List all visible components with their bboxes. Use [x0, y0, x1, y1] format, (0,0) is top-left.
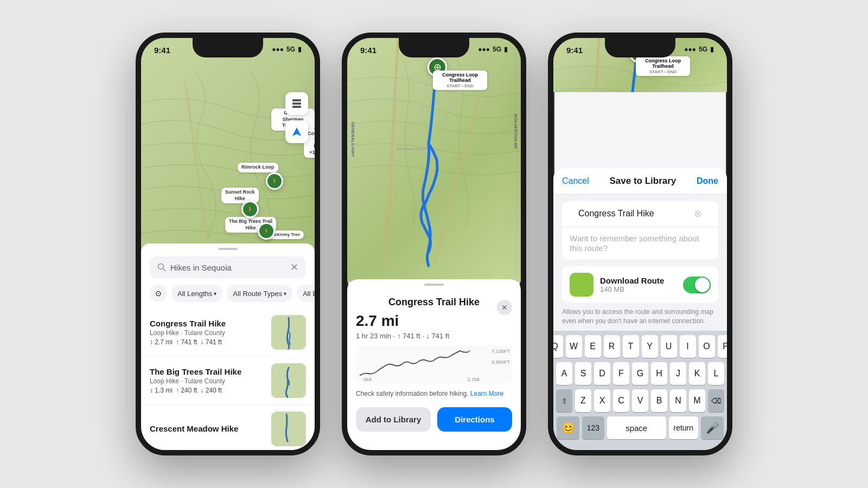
key-g[interactable]: G	[632, 362, 648, 385]
key-t[interactable]: T	[623, 335, 639, 358]
trail-info-1: The Big Trees Trail Hike Loop Hike · Tul…	[150, 367, 265, 394]
shift-key[interactable]: ⇧	[556, 389, 572, 412]
chevron-icon-routes: ▾	[284, 291, 286, 297]
elev-up: 741 ft	[403, 332, 420, 340]
key-r[interactable]: R	[604, 335, 620, 358]
search-text: Hikes in Sequoia	[170, 263, 286, 272]
trail-name-1: The Big Trees Trail Hike	[150, 367, 265, 376]
key-q[interactable]: Q	[553, 335, 563, 358]
phone-1: 9:41 ●●● 5G ▮ 🚶 2 🚶 🚶 🚶 Gener	[136, 33, 320, 455]
add-to-library-button[interactable]: Add to Library	[356, 407, 431, 432]
status-icons-3: ●●● 5G ▮	[684, 46, 714, 53]
key-l[interactable]: L	[708, 362, 724, 385]
trail-stats-1: ↕ 1.3 mi ↑ 240 ft ↓ 240 ft	[150, 387, 265, 394]
key-m[interactable]: M	[689, 389, 705, 412]
trail-list-item-2[interactable]: Crescent Meadow Hike	[141, 405, 315, 450]
key-b[interactable]: B	[651, 389, 667, 412]
key-z[interactable]: Z	[575, 389, 591, 412]
trail-name-input[interactable]: Congress Trail Hike ⊗	[571, 201, 710, 226]
trail-sub-1: Loop Hike · Tulare County	[150, 377, 265, 385]
key-f[interactable]: F	[613, 362, 629, 385]
trail-sub-0: Loop Hike · Tulare County	[150, 329, 265, 337]
download-toggle[interactable]	[683, 277, 711, 293]
map-btn-layers[interactable]	[285, 92, 308, 115]
trail-info-2: Crescent Meadow Hike	[150, 424, 265, 434]
key-e[interactable]: E	[585, 335, 601, 358]
trail-close-button[interactable]: ✕	[497, 300, 512, 315]
pin-bigtrees: 🚶	[258, 222, 275, 240]
key-p[interactable]: P	[718, 335, 727, 358]
done-button[interactable]: Done	[697, 176, 718, 186]
filter-lengths[interactable]: All Lengths ▾	[171, 285, 222, 302]
trail-list-item-1[interactable]: The Big Trees Trail Hike Loop Hike · Tul…	[141, 357, 315, 405]
space-key[interactable]: space	[607, 416, 666, 439]
key-n[interactable]: N	[670, 389, 686, 412]
key-k[interactable]: K	[689, 362, 705, 385]
signal-icon-2: ●●●	[478, 46, 490, 53]
trail-stats-0: ↕ 2.7 mi ↑ 741 ft ↓ 741 ft	[150, 338, 265, 346]
signal-icon-3: ●●●	[684, 46, 696, 53]
status-bar-1: 9:41 ●●● 5G ▮	[141, 38, 315, 67]
search-bar[interactable]: Hikes in Sequoia ✕	[150, 256, 306, 278]
phone-2: 9:41 ●●● 5G ▮ Congress LoopT	[342, 33, 526, 455]
location-filter-btn[interactable]: ⊙	[150, 285, 167, 302]
save-dialog-title: Save to Library	[609, 176, 676, 187]
numbers-key[interactable]: 123	[582, 416, 604, 439]
filter-row: ⊙ All Lengths ▾ All Route Types ▾ All El…	[141, 285, 315, 309]
location-icon-1	[291, 126, 302, 137]
key-v[interactable]: V	[632, 389, 648, 412]
key-s[interactable]: S	[575, 362, 591, 385]
network-2: 5G	[493, 46, 501, 53]
trail-name-2: Crescent Meadow Hike	[150, 424, 265, 433]
key-h[interactable]: H	[651, 362, 667, 385]
trail-list-item-0[interactable]: Congress Trail Hike Loop Hike · Tulare C…	[141, 309, 315, 357]
learn-more-link[interactable]: Learn More	[470, 390, 503, 397]
time-1: 9:41	[154, 46, 170, 55]
key-o[interactable]: O	[699, 335, 715, 358]
key-u[interactable]: U	[661, 335, 677, 358]
map-btn-location[interactable]	[285, 120, 308, 143]
emoji-key[interactable]: 😊	[557, 416, 579, 439]
key-y[interactable]: Y	[642, 335, 658, 358]
download-route-section: Download Route 140 MB	[562, 266, 718, 303]
svg-rect-8	[271, 412, 306, 446]
battery-icon-3: ▮	[710, 46, 714, 53]
trail-sheet-title: Congress Trail Hike	[347, 292, 521, 310]
keyboard-row-3: ⇧ Z X C V B N M ⌫	[557, 389, 724, 412]
svg-line-9	[468, 350, 470, 352]
keyboard-row-2: A S D F G H J K L	[557, 362, 724, 385]
delete-key[interactable]: ⌫	[708, 389, 724, 412]
download-description: Allows you to access the route and surro…	[553, 303, 727, 326]
network-1: 5G	[286, 46, 295, 53]
clear-button[interactable]: ⊗	[694, 208, 702, 220]
key-d[interactable]: D	[594, 362, 610, 385]
search-clear-button[interactable]: ✕	[290, 261, 298, 273]
filter-route-types[interactable]: All Route Types ▾	[227, 285, 292, 302]
key-w[interactable]: W	[566, 335, 582, 358]
save-to-library-sheet: Cancel Save to Library Done Congress Tra…	[553, 168, 727, 450]
return-key[interactable]: return	[669, 416, 698, 439]
trail-distance-main: 2.7 mi	[347, 310, 521, 331]
svg-point-4	[158, 264, 164, 269]
mic-key[interactable]: 🎤	[701, 416, 724, 439]
filter-elevation[interactable]: All Elev	[297, 285, 315, 302]
svg-rect-1	[292, 102, 301, 105]
elev-down: 741 ft	[431, 332, 449, 340]
search-sheet: Hikes in Sequoia ✕ ⊙ All Lengths ▾ All R…	[141, 243, 315, 450]
trail-sheet-header: Congress Trail Hike ✕	[347, 292, 521, 310]
cancel-button[interactable]: Cancel	[562, 176, 589, 186]
key-i[interactable]: I	[680, 335, 696, 358]
notes-field[interactable]: Want to remember something about this ro…	[562, 227, 718, 260]
key-x[interactable]: X	[594, 389, 610, 412]
key-c[interactable]: C	[613, 389, 629, 412]
sheet-buttons: Add to Library Directions	[347, 403, 521, 442]
directions-button[interactable]: Directions	[437, 407, 512, 432]
trail-name-value: Congress Trail Hike	[578, 209, 654, 219]
status-bar-3: 9:41 ●●● 5G ▮	[553, 38, 727, 67]
trail-thumb-0	[271, 315, 306, 350]
key-j[interactable]: J	[670, 362, 686, 385]
search-icon-1	[157, 263, 166, 272]
label-rimrock: Rimrock Loop	[238, 163, 278, 172]
key-a[interactable]: A	[556, 362, 572, 385]
distance-start-label: 0MI	[363, 377, 372, 382]
